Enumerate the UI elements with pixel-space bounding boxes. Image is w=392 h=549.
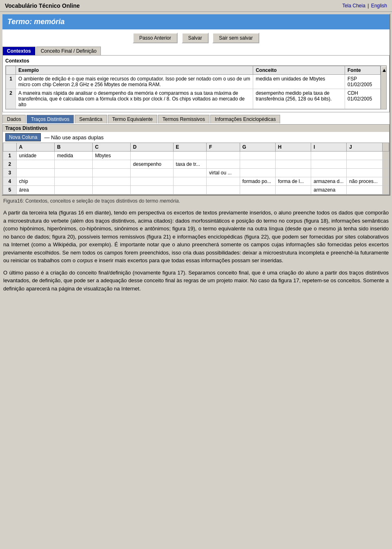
nova-coluna-row: Nova Coluna — Não use aspas duplas (3, 132, 389, 143)
tracos-r5-scroll (382, 186, 389, 194)
table-row: 5 área armazena (3, 186, 389, 194)
tabs-row-2: Dados Traços Distintivos Semântica Termo… (2, 115, 390, 123)
tracos-r4-g: formado po... (240, 177, 275, 186)
tracos-col-e: E (173, 143, 206, 152)
tab-contextos[interactable]: Contextos (2, 47, 36, 55)
contextos-table: Exemplo Conceito Fonte 1 O ambiente de e… (6, 66, 386, 109)
tracos-r4-b (54, 177, 92, 186)
paragraph-2: O último passo é a criação do conceito f… (3, 269, 389, 293)
tracos-r1-d (130, 152, 173, 160)
tracos-col-b: B (54, 143, 92, 152)
tracos-r1-c: Mbytes (92, 152, 130, 160)
tracos-col-i: I (311, 143, 347, 152)
tracos-section: Traços Distintivos Nova Coluna — Não use… (2, 124, 390, 195)
row-2-exemplo: A maneira mais rápida de analisar o dese… (16, 89, 253, 109)
tracos-r3-e (173, 169, 206, 177)
col-exemplo-header: Exemplo (16, 66, 253, 75)
tracos-r1-g (240, 152, 275, 160)
tracos-r2-b (54, 160, 92, 169)
tracos-r3-b (54, 169, 92, 177)
table-row: 2 A maneira mais rápida de analisar o de… (6, 89, 386, 109)
tracos-r5-i: armazena (311, 186, 347, 194)
tracos-r1-h (275, 152, 311, 160)
tracos-r4-f (207, 177, 240, 186)
tracos-r4-scroll (382, 177, 389, 186)
tab-conceito-final[interactable]: Conceito Final / Definição (36, 47, 101, 55)
app-window: Termo: memória Passo Anterior Salvar Sai… (2, 13, 390, 196)
tracos-col-h: H (275, 143, 311, 152)
tracos-r1-a: unidade (16, 152, 54, 160)
tab-dados[interactable]: Dados (2, 115, 26, 123)
english-link[interactable]: English (371, 3, 387, 9)
tracos-r3-h (275, 169, 311, 177)
previous-button[interactable]: Passo Anterior (133, 33, 178, 43)
tab-semantica[interactable]: Semântica (75, 115, 107, 123)
exit-no-save-button[interactable]: Sair sem salvar (212, 33, 259, 43)
table-row: 1 unidade medida Mbytes (3, 152, 389, 160)
row-1-exemplo: O ambiente de edição é o que mais exige … (16, 75, 253, 89)
tracos-row-5-num: 5 (3, 186, 17, 194)
tracos-r1-e (173, 152, 206, 160)
tracos-r2-g (240, 160, 275, 169)
col-fonte-header: Fonte (345, 66, 381, 75)
tracos-r4-a: chip (16, 177, 54, 186)
button-row: Passo Anterior Salvar Sair sem salvar (2, 33, 390, 43)
tracos-r5-e (173, 186, 206, 194)
tab-termos-remissivos[interactable]: Termos Remissivos (158, 115, 209, 123)
tracos-table-wrapper: A B C D E F G H I J (3, 143, 389, 194)
top-bar: Vocabulário Técnico Online Tela Cheia | … (0, 0, 392, 12)
tracos-r1-i (311, 152, 347, 160)
tracos-r1-b: medida (54, 152, 92, 160)
tabs-tracos-container: Dados Traços Distintivos Semântica Termo… (2, 115, 390, 195)
tracos-col-num (3, 143, 17, 152)
tabs-contextos-container: Contextos Conceito Final / Definição Con… (2, 47, 390, 112)
tracos-r4-i: armazena d... (311, 177, 347, 186)
table-row: 2 desempenho taxa de tr... (3, 160, 389, 169)
tracos-col-g: G (240, 143, 275, 152)
tracos-r2-j (347, 160, 382, 169)
table-row: 4 chip formado po... forma de l... armaz… (3, 177, 389, 186)
table-row: 3 virtal ou ... (3, 169, 389, 177)
tracos-r2-scroll (382, 160, 389, 169)
tracos-r1-scroll (382, 152, 389, 160)
tab-tracos[interactable]: Traços Distintivos (27, 115, 74, 123)
tracos-col-j: J (347, 143, 382, 152)
link-separator: | (368, 3, 369, 9)
tracos-r4-c (92, 177, 130, 186)
table-row: 1 O ambiente de edição é o que mais exig… (6, 75, 386, 89)
tracos-r5-j (347, 186, 382, 194)
tracos-r5-f (207, 186, 240, 194)
contextos-title: Contextos (5, 58, 387, 64)
nova-coluna-hint: — Não use aspas duplas (44, 134, 103, 141)
tracos-r5-d (130, 186, 173, 194)
row-1-num: 1 (6, 75, 16, 89)
tracos-col-a: A (16, 143, 54, 152)
nova-coluna-button[interactable]: Nova Coluna (5, 133, 41, 141)
tracos-r3-a (16, 169, 54, 177)
scroll-up-arrow[interactable]: ▲ (381, 67, 386, 71)
tabs-row-1: Contextos Conceito Final / Definição (2, 47, 390, 55)
page-title: Termo: memória (2, 14, 390, 29)
tracos-col-c: C (92, 143, 130, 152)
vertical-scrollbar[interactable]: ▲ (381, 66, 386, 109)
tracos-table: A B C D E F G H I J (3, 143, 389, 194)
tracos-r3-scroll (382, 169, 389, 177)
paragraph-1: A partir da terceira tela (figuras 16 em… (3, 209, 389, 265)
figure-caption: Figura16: Contextos, conceitos e seleção… (3, 198, 389, 204)
contextos-section: Contextos Exemplo Conceito Fonte (2, 55, 390, 112)
tab-termo-equivalente[interactable]: Termo Equivalente (108, 115, 157, 123)
tracos-r4-j: não proces... (347, 177, 382, 186)
body-text: A partir da terceira tela (figuras 16 em… (3, 209, 389, 292)
save-button[interactable]: Salvar (182, 33, 209, 43)
tracos-row-1-num: 1 (3, 152, 17, 160)
tracos-r3-f: virtal ou ... (207, 169, 240, 177)
tracos-r4-d (130, 177, 173, 186)
tracos-col-f: F (207, 143, 240, 152)
tracos-r3-j (347, 169, 382, 177)
row-2-num: 2 (6, 89, 16, 109)
tab-informacoes-enciclopedicas[interactable]: Informações Enciclopédicas (210, 115, 280, 123)
row-2-fonte: CDH 01/02/2005 (345, 89, 381, 109)
tracos-r3-i (311, 169, 347, 177)
tracos-r5-a: área (16, 186, 54, 194)
fullscreen-link[interactable]: Tela Cheia (342, 3, 365, 9)
